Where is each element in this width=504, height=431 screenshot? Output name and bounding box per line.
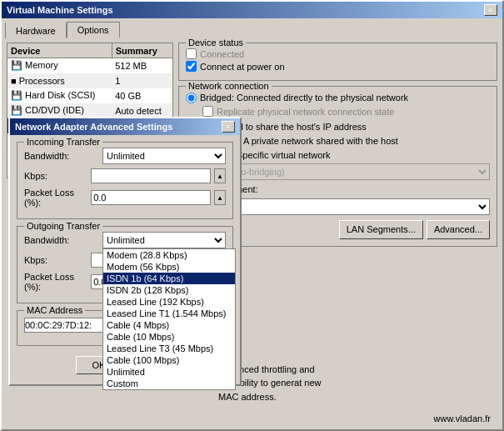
dropdown-item[interactable]: Cable (100 Mbps) xyxy=(103,354,235,366)
connected-checkbox[interactable] xyxy=(186,48,197,59)
replicate-checkbox[interactable] xyxy=(202,106,213,117)
dropdown-list: Modem (28.8 Kbps) Modem (56 Kbps) ISDN 1… xyxy=(102,248,236,390)
info-text: Advanced throttling andpossibility to ge… xyxy=(212,356,491,411)
table-row[interactable]: 💾 Hard Disk (SCSI) 40 GB xyxy=(7,88,173,103)
incoming-kbps-label: Kbps: xyxy=(24,171,87,181)
advanced-title-bar: Network Adapter Advanced Settings × xyxy=(10,118,240,135)
incoming-kbps-input[interactable] xyxy=(91,168,211,183)
advanced-close-button[interactable]: × xyxy=(222,121,235,133)
dropdown-item[interactable]: ISDN 2b (128 Kbps) xyxy=(103,284,235,296)
tab-options[interactable]: Options xyxy=(67,22,120,38)
dropdown-item[interactable]: Leased Line T1 (1.544 Mbps) xyxy=(103,308,235,319)
incoming-transfer-group: Incoming Transfer Bandwidth: Unlimited K… xyxy=(17,142,233,219)
dropdown-item-selected[interactable]: ISDN 1b (64 Kbps) xyxy=(103,273,235,284)
title-bar-controls: × xyxy=(484,4,497,16)
connect-power-row: Connect at power on xyxy=(186,61,490,72)
bridged-radio[interactable] xyxy=(186,93,197,103)
outgoing-bandwidth-label: Bandwidth: xyxy=(24,235,99,245)
incoming-bandwidth-select[interactable]: Unlimited xyxy=(102,148,226,164)
dropdown-item[interactable]: Cable (4 Mbps) xyxy=(103,319,235,331)
network-connection-title: Network connection xyxy=(186,81,272,91)
incoming-bandwidth-label: Bandwidth: xyxy=(24,151,99,161)
replicate-row: Replicate physical network connection st… xyxy=(202,106,490,118)
device-status-group: Device status Connected Connect at power… xyxy=(178,43,497,81)
advanced-button[interactable]: Advanced... xyxy=(427,220,490,239)
bridged-row: Bridged: Connected directly to the physi… xyxy=(186,92,490,103)
outgoing-transfer-title: Outgoing Transfer xyxy=(24,221,102,231)
incoming-packetloss-row: Packet Loss (%): ▲ xyxy=(24,188,226,208)
lan-segments-button[interactable]: LAN Segments... xyxy=(339,220,423,239)
replicate-label: Replicate physical network connection st… xyxy=(217,106,394,118)
close-button[interactable]: × xyxy=(484,4,497,16)
incoming-packetloss-label: Packet Loss (%): xyxy=(24,188,87,208)
col-summary: Summary xyxy=(112,43,172,58)
incoming-kbps-spinner-up[interactable]: ▲ xyxy=(214,168,226,183)
dropdown-item[interactable]: Leased Line T3 (45 Mbps) xyxy=(103,343,235,354)
dropdown-item[interactable]: Modem (56 Kbps) xyxy=(103,261,235,273)
tab-hardware[interactable]: Hardware xyxy=(5,22,67,38)
connected-row: Connected xyxy=(186,48,490,59)
table-row[interactable]: ■ Processors 1 xyxy=(7,73,173,88)
incoming-packetloss-input[interactable] xyxy=(91,190,211,205)
incoming-packetloss-spinner-up[interactable]: ▲ xyxy=(214,190,226,205)
connected-label: Connected xyxy=(200,49,244,59)
incoming-bandwidth-row: Bandwidth: Unlimited xyxy=(24,148,226,164)
incoming-kbps-row: Kbps: ▲ xyxy=(24,168,226,183)
incoming-transfer-title: Incoming Transfer xyxy=(24,137,102,147)
tab-bar: Hardware Options xyxy=(2,18,502,38)
advanced-dialog: Network Adapter Advanced Settings × Inco… xyxy=(8,117,242,386)
device-status-title: Device status xyxy=(186,38,246,48)
table-row[interactable]: 💾 Memory 512 MB xyxy=(7,58,173,73)
dropdown-item[interactable]: Cable (10 Mbps) xyxy=(103,331,235,343)
outgoing-kbps-label: Kbps: xyxy=(24,255,87,265)
outgoing-packetloss-label: Packet Loss (%): xyxy=(24,272,87,292)
main-title-bar: Virtual Machine Settings × xyxy=(2,2,502,18)
outgoing-bandwidth-select[interactable]: Unlimited xyxy=(102,232,226,248)
dropdown-item[interactable]: Modem (28.8 Kbps) xyxy=(103,249,235,261)
mac-address-title: MAC Address xyxy=(24,305,85,315)
connect-power-label: Connect at power on xyxy=(200,62,285,72)
website-text: www.vladan.fr xyxy=(195,413,491,423)
table-row[interactable]: 💾 CD/DVD (IDE) Auto detect xyxy=(7,103,173,118)
col-device: Device xyxy=(7,43,112,58)
outgoing-bandwidth-dropdown: Unlimited Modem (28.8 Kbps) Modem (56 Kb… xyxy=(102,232,226,248)
advanced-title: Network Adapter Advanced Settings xyxy=(15,122,172,132)
dropdown-item[interactable]: Custom xyxy=(103,378,235,389)
main-title: Virtual Machine Settings xyxy=(7,5,113,15)
outgoing-bandwidth-row: Bandwidth: Unlimited Modem (28.8 Kbps) M… xyxy=(24,232,226,248)
outgoing-transfer-group: Outgoing Transfer Bandwidth: Unlimited M… xyxy=(17,226,233,303)
bridged-label: Bridged: Connected directly to the physi… xyxy=(200,92,408,103)
dropdown-item[interactable]: Leased Line (192 Kbps) xyxy=(103,296,235,308)
advanced-content: Incoming Transfer Bandwidth: Unlimited K… xyxy=(10,135,240,384)
connect-power-checkbox[interactable] xyxy=(186,61,197,72)
dropdown-item[interactable]: Unlimited xyxy=(103,366,235,378)
